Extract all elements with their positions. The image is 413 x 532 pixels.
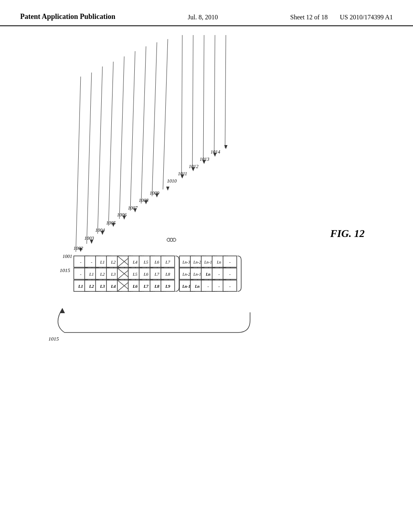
svg-text:-: - — [229, 284, 231, 289]
svg-marker-31 — [112, 223, 115, 227]
svg-text:L1: L1 — [78, 284, 83, 289]
svg-rect-83 — [139, 268, 153, 279]
page-header: Patent Application Publication Jul. 8, 2… — [0, 0, 413, 26]
publication-date: Jul. 8, 2010 — [188, 12, 218, 21]
svg-text:-: - — [207, 284, 209, 289]
label-1015: 1015 — [60, 267, 71, 273]
svg-text:Ln: Ln — [194, 284, 200, 289]
svg-rect-89 — [150, 268, 164, 279]
svg-text:L8: L8 — [165, 272, 170, 276]
svg-point-100 — [170, 238, 173, 241]
svg-text:L3: L3 — [100, 284, 105, 289]
main-content: FIG. 12 1015 1001 1002 1003 1004 1005 — [0, 26, 413, 514]
svg-text:L6: L6 — [132, 284, 138, 289]
svg-text:1001: 1001 — [63, 254, 72, 259]
svg-marker-36 — [166, 187, 169, 191]
svg-line-20 — [192, 35, 193, 170]
diagram-svg: 1015 1001 1002 1003 1004 1005 1006 1007 … — [0, 26, 413, 514]
svg-line-8 — [119, 56, 124, 219]
svg-rect-128 — [223, 268, 237, 279]
svg-rect-56 — [96, 268, 109, 279]
svg-rect-66 — [117, 280, 131, 291]
svg-line-74 — [117, 256, 131, 267]
svg-text:1012: 1012 — [189, 164, 198, 169]
svg-text:L7: L7 — [165, 260, 170, 264]
svg-text:L7: L7 — [154, 272, 159, 276]
svg-rect-116 — [201, 268, 215, 279]
svg-marker-35 — [155, 193, 159, 197]
svg-text:Ln-2: Ln-2 — [193, 260, 201, 264]
svg-rect-97 — [161, 256, 175, 267]
svg-rect-81 — [139, 280, 153, 291]
svg-text:1007: 1007 — [128, 205, 138, 211]
svg-rect-112 — [190, 256, 204, 267]
svg-text:1006: 1006 — [117, 212, 127, 218]
svg-rect-93 — [161, 280, 175, 291]
svg-text:Ln: Ln — [217, 260, 221, 264]
svg-text:L6: L6 — [154, 260, 159, 264]
svg-marker-33 — [133, 208, 137, 212]
svg-rect-48 — [85, 280, 98, 291]
svg-rect-77 — [128, 268, 142, 279]
svg-rect-87 — [150, 280, 164, 291]
svg-line-71 — [117, 268, 131, 279]
svg-marker-38 — [192, 167, 195, 171]
svg-text:1013: 1013 — [200, 156, 209, 162]
svg-text:1002: 1002 — [73, 245, 83, 251]
svg-rect-106 — [179, 256, 193, 267]
svg-rect-62 — [106, 268, 120, 279]
svg-marker-34 — [144, 200, 148, 204]
svg-marker-30 — [101, 231, 104, 235]
svg-rect-50 — [85, 268, 98, 279]
svg-text:L7: L7 — [143, 284, 149, 289]
svg-rect-58 — [96, 256, 109, 267]
svg-text:L5: L5 — [132, 272, 138, 276]
svg-marker-39 — [202, 160, 206, 164]
svg-line-6 — [108, 62, 113, 226]
svg-rect-126 — [223, 280, 237, 291]
svg-line-73 — [117, 256, 131, 267]
svg-line-14 — [152, 42, 157, 196]
svg-text:Ln-2: Ln-2 — [182, 272, 190, 276]
svg-text:Ln: Ln — [205, 272, 211, 276]
svg-line-10 — [130, 51, 135, 211]
svg-rect-44 — [74, 268, 88, 279]
svg-rect-104 — [179, 268, 193, 279]
svg-rect-52 — [85, 256, 98, 267]
svg-rect-60 — [106, 280, 120, 291]
patent-number: US 2010/174399 A1 — [340, 12, 393, 21]
svg-marker-32 — [123, 216, 126, 220]
svg-rect-120 — [212, 280, 226, 291]
svg-text:Ln-1: Ln-1 — [182, 284, 190, 289]
svg-rect-95 — [161, 268, 175, 279]
svg-rect-108 — [190, 280, 204, 291]
svg-text:1009: 1009 — [150, 190, 159, 196]
svg-text:-: - — [218, 272, 220, 276]
svg-rect-118 — [201, 256, 215, 267]
svg-text:Ln-1: Ln-1 — [204, 260, 212, 264]
svg-text:L5: L5 — [143, 260, 148, 264]
svg-rect-124 — [212, 256, 226, 267]
svg-rect-85 — [139, 256, 153, 267]
svg-text:L4: L4 — [132, 260, 138, 264]
svg-line-18 — [181, 35, 182, 177]
svg-marker-37 — [181, 175, 184, 179]
svg-marker-29 — [90, 240, 93, 244]
svg-marker-28 — [79, 248, 82, 252]
publication-title: Patent Application Publication — [20, 12, 115, 21]
svg-text:L6: L6 — [143, 272, 148, 276]
svg-text:1011: 1011 — [178, 171, 187, 177]
svg-rect-102 — [179, 280, 193, 291]
svg-rect-54 — [96, 280, 109, 291]
svg-line-70 — [117, 268, 131, 279]
svg-text:L2: L2 — [111, 260, 116, 264]
svg-text:-: - — [218, 284, 220, 289]
svg-text:-: - — [91, 260, 92, 264]
svg-text:1014: 1014 — [211, 149, 220, 155]
svg-text:L1: L1 — [100, 260, 105, 264]
svg-text:L2: L2 — [89, 284, 94, 289]
svg-point-101 — [173, 238, 176, 241]
svg-marker-41 — [224, 145, 227, 149]
svg-rect-91 — [150, 256, 164, 267]
svg-text:1015: 1015 — [48, 336, 59, 342]
